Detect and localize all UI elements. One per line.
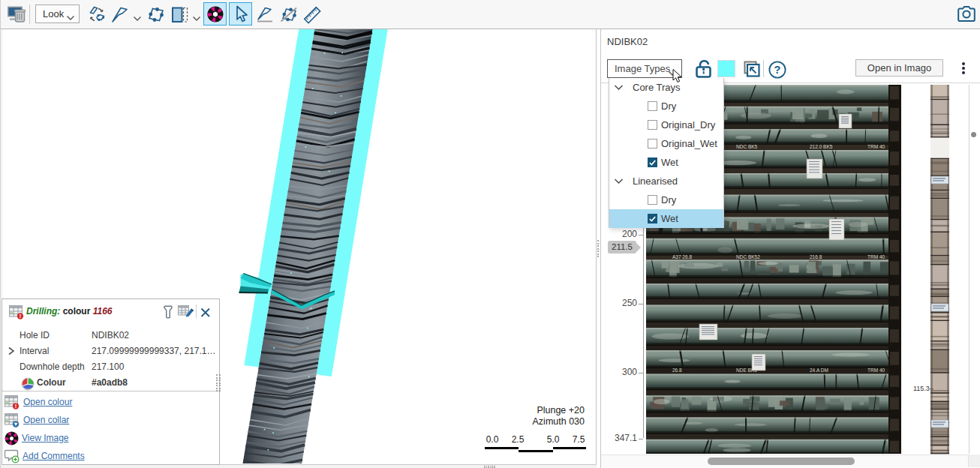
svg-text:!: ! [15,403,17,410]
svg-text:216.8: 216.8 [810,254,822,260]
svg-text:A37 26.8: A37 26.8 [672,254,692,260]
svg-text:TRM 40: TRM 40 [867,368,885,373]
svg-text:TRM 40: TRM 40 [867,254,885,260]
svg-text:NDC BK5: NDC BK5 [736,144,758,149]
svg-text:NDC BK52: NDC BK52 [736,254,760,260]
svg-text:26.8: 26.8 [672,368,682,373]
svg-text:?: ? [774,64,781,76]
svg-text:TRM 40: TRM 40 [867,144,885,149]
svg-text:24.A DM: 24.A DM [810,368,828,373]
svg-text:!: ! [20,313,22,320]
svg-text:▼: ▼ [13,421,18,428]
svg-text:212.0 BK5: 212.0 BK5 [810,144,833,149]
